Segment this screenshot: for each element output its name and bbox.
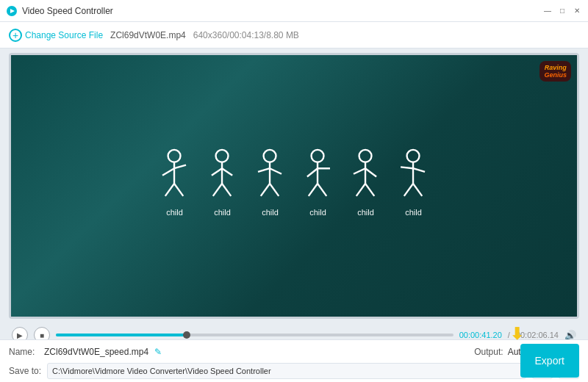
figure-label-1: child [166, 208, 183, 217]
maximize-button[interactable]: □ [557, 6, 567, 16]
name-output-row: Name: ZCl69dVtW0E_speed.mp4 ✎ Output: Au… [9, 344, 579, 360]
svg-line-4 [162, 168, 174, 175]
svg-line-17 [270, 168, 282, 174]
figure-label-4: child [309, 208, 326, 217]
app-title: Video Speed Controller [22, 6, 538, 16]
watermark-line1: Raving [544, 64, 567, 71]
close-button[interactable]: ✕ [572, 6, 582, 16]
svg-line-11 [222, 168, 232, 175]
progress-track[interactable] [56, 334, 453, 336]
figure-4: child [298, 148, 338, 217]
change-source-button[interactable]: + Change Source File [9, 29, 103, 42]
figure-label-2: child [214, 208, 231, 217]
figure-1: child [154, 148, 195, 217]
name-value: ZCl69dVtW0E_speed.mp4 [44, 347, 148, 357]
plus-icon: + [9, 29, 22, 42]
figure-label-3: child [262, 208, 279, 217]
watermark: Raving Genius [539, 61, 571, 82]
figure-label-5: child [357, 208, 374, 217]
svg-point-2 [168, 150, 181, 162]
main-content: Raving Genius child [0, 48, 588, 382]
progress-thumb[interactable] [183, 331, 190, 339]
edit-name-icon[interactable]: ✎ [154, 347, 162, 357]
bottom-bar: Name: ZCl69dVtW0E_speed.mp4 ✎ Output: Au… [0, 339, 588, 382]
svg-line-5 [174, 165, 186, 169]
export-button[interactable]: Export [520, 344, 579, 378]
svg-line-36 [404, 184, 413, 196]
save-row: Save to: ··· 📁 [9, 363, 579, 379]
file-meta: 640x360/00:04:13/8.80 MB [193, 30, 299, 40]
figures-container: child child [154, 148, 434, 224]
save-label: Save to: [9, 366, 41, 376]
svg-line-34 [401, 167, 413, 168]
video-frame: Raving Genius child [11, 55, 577, 317]
current-time: 00:00:41.20 [459, 331, 502, 339]
title-bar: Video Speed Controller — □ ✕ [0, 0, 588, 22]
progress-fill [56, 334, 187, 336]
svg-line-12 [213, 184, 222, 196]
save-path-input[interactable] [47, 363, 526, 379]
figure-2: child [202, 148, 243, 217]
svg-point-26 [359, 150, 372, 162]
svg-point-20 [312, 150, 324, 162]
svg-line-16 [258, 168, 270, 172]
figure-label-6: child [405, 208, 422, 217]
svg-line-24 [309, 184, 318, 196]
svg-line-28 [354, 168, 365, 174]
svg-point-32 [407, 150, 420, 162]
svg-line-18 [261, 184, 270, 196]
file-name: ZCl69dVtW0E.mp4 [110, 30, 186, 40]
minimize-button[interactable]: — [542, 6, 553, 16]
svg-line-13 [222, 184, 231, 196]
watermark-line2: Genius [544, 71, 567, 79]
svg-line-25 [318, 184, 326, 196]
top-bar: + Change Source File ZCl69dVtW0E.mp4 640… [0, 22, 588, 48]
svg-line-35 [413, 168, 425, 172]
output-label: Output: [474, 347, 503, 357]
svg-line-19 [270, 184, 279, 196]
figure-5: child [345, 148, 386, 217]
svg-line-6 [165, 184, 174, 196]
video-area: Raving Genius child [9, 53, 579, 319]
svg-line-29 [365, 168, 376, 176]
figure-6: child [393, 148, 434, 217]
svg-point-14 [264, 150, 276, 162]
name-label: Name: [9, 347, 38, 357]
svg-point-8 [216, 150, 229, 162]
figure-3: child [250, 148, 290, 217]
svg-line-10 [212, 168, 222, 175]
svg-line-22 [307, 168, 318, 176]
export-arrow-icon: ⬇ [510, 325, 523, 344]
svg-line-37 [413, 184, 422, 196]
svg-line-7 [174, 184, 183, 196]
svg-line-30 [356, 184, 365, 196]
svg-line-31 [365, 184, 374, 196]
app-icon [6, 5, 18, 17]
